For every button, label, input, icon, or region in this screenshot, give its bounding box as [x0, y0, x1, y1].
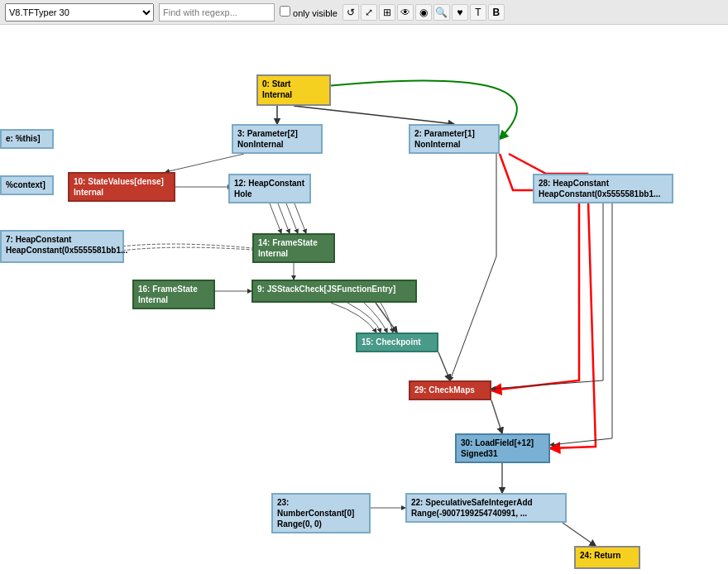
- node-loadfield[interactable]: 30: LoadField[+12] Signed31: [455, 433, 550, 463]
- node-return[interactable]: 24: Return: [574, 546, 640, 569]
- bold-icon[interactable]: B: [488, 4, 505, 21]
- node-this[interactable]: e: %this]: [0, 129, 54, 149]
- node-heapconst7[interactable]: 7: HeapConstant HeapConstant(0x5555581bb…: [0, 230, 124, 263]
- node-jsstackcheck[interactable]: 9: JSStackCheck[JSFunctionEntry]: [251, 280, 417, 303]
- node-statevalues[interactable]: 10: StateValues[dense] Internal: [68, 172, 175, 202]
- node-checkpoint[interactable]: 15: Checkpoint: [356, 332, 438, 352]
- graph-area: 0: Start Internal2: Parameter[1] NonInte…: [0, 25, 728, 574]
- zoom-icon[interactable]: 🔍: [433, 4, 450, 21]
- node-param2[interactable]: 3: Parameter[2] NonInternal: [232, 124, 323, 154]
- node-start[interactable]: 0: Start Internal: [256, 74, 331, 106]
- toolbar: V8.TFTyper 30 only visible ↺ ⤢ ⊞ 👁 ◉ 🔍 ♥…: [0, 0, 728, 25]
- node-framestate14[interactable]: 14: FrameState Internal: [252, 233, 335, 263]
- search-input[interactable]: [159, 3, 275, 22]
- fit-icon[interactable]: ⤢: [361, 4, 377, 21]
- only-visible-checkbox[interactable]: [280, 6, 290, 17]
- node-checkmaps[interactable]: 29: CheckMaps: [409, 380, 491, 400]
- node-framestate16[interactable]: 16: FrameState Internal: [132, 280, 215, 309]
- heart-icon[interactable]: ♥: [452, 4, 468, 21]
- refresh-icon[interactable]: ↺: [342, 4, 359, 21]
- type-icon[interactable]: T: [470, 4, 486, 21]
- layout-icon[interactable]: ⊞: [379, 4, 395, 21]
- only-visible-text: only visible: [293, 8, 338, 18]
- toolbar-icons: ↺ ⤢ ⊞ 👁 ◉ 🔍 ♥ T B: [342, 4, 505, 21]
- node-context[interactable]: %context]: [0, 175, 54, 195]
- node-numconst[interactable]: 23: NumberConstant[0] Range(0, 0): [271, 493, 371, 533]
- eye-icon[interactable]: 👁: [397, 4, 414, 21]
- node-heapconst12[interactable]: 12: HeapConstant Hole: [228, 174, 311, 203]
- circle-icon[interactable]: ◉: [415, 4, 432, 21]
- version-select[interactable]: V8.TFTyper 30: [5, 3, 154, 22]
- node-specsafeint[interactable]: 22: SpeculativeSafeIntegerAdd Range(-900…: [405, 493, 567, 523]
- node-param1[interactable]: 2: Parameter[1] NonInternal: [409, 124, 500, 154]
- node-heapconst28[interactable]: 28: HeapConstant HeapConstant(0x5555581b…: [533, 174, 673, 203]
- only-visible-label: only visible: [280, 6, 338, 18]
